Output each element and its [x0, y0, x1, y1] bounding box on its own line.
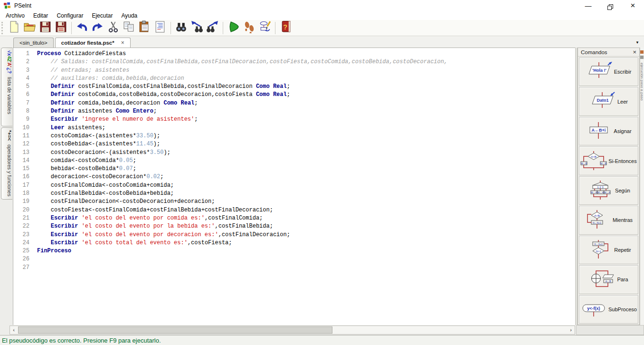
menu-editar[interactable]: Editar — [29, 12, 52, 19]
commands-close-icon[interactable]: × — [633, 48, 636, 56]
code-line[interactable]: 10 Leer asistentes; — [13, 124, 575, 132]
command-label: Para — [617, 277, 628, 282]
horizontal-scrollbar[interactable]: ‹ › — [9, 326, 575, 335]
sidebar-tab-lista-de-variables[interactable]: √x42'A'¿?lista de variables — [1, 48, 12, 126]
save-all-icon — [55, 20, 67, 35]
tab-sin-titulo[interactable]: <sin_titulo> — [13, 38, 54, 48]
code-line[interactable]: 14 comida<-costoComida*0.05; — [13, 157, 575, 165]
sidebar-tab-label: lista de variables — [7, 77, 12, 114]
new-file-button[interactable] — [6, 21, 22, 35]
svg-text:M←A: M←A — [604, 191, 610, 193]
line-number: 7 — [13, 99, 29, 107]
code-editor[interactable]: 1Proceso CotizadordeFiestas2 // Salidas:… — [13, 48, 575, 325]
command-si-entonces-button[interactable]: A>BM←BM←BSi-Entonces — [579, 146, 638, 175]
line-number: 16 — [13, 173, 29, 181]
code-line[interactable]: 12 costoBebida<-(asistentes*11.45); — [13, 140, 575, 148]
subproceso-flowchart-icon: y<-f(x) — [580, 299, 607, 319]
close-button[interactable]: × — [622, 0, 644, 11]
code-line[interactable]: 2 // Salidas: costFinalComida,costFinalB… — [13, 58, 575, 66]
code-line[interactable]: 9 Escribir 'ingrese el numero de asisten… — [13, 115, 575, 124]
command-repetir-button[interactable]: X←X+1N>1Repetir — [579, 236, 638, 264]
code-line[interactable]: 13 costoDecoracion<-(asistentes*3.50); — [13, 149, 575, 157]
line-number: 14 — [13, 157, 29, 165]
minimize-button[interactable]: — — [577, 0, 599, 11]
command-subproceso-button[interactable]: y<-f(x)SubProceso — [579, 295, 638, 324]
status-bar: El pseudocódigo es correcto. Presione F9… — [0, 335, 644, 345]
code-line[interactable]: 16 decoracion<-costoDecoracion*0.02; — [13, 173, 575, 181]
line-number: 26 — [13, 255, 29, 263]
tab-cotizador-fiesta-psc[interactable]: cotizador fiesta.psc*× — [55, 38, 131, 48]
format-source-button[interactable] — [152, 21, 168, 35]
code-line[interactable]: 7 Definir comida,bebida,decoracion Como … — [13, 99, 575, 107]
code-line[interactable]: 26 — [13, 255, 575, 263]
code-text: Escribir 'ingrese el numero de asistente… — [37, 115, 198, 124]
code-line[interactable]: 22 Escribir 'el costo del evento por la … — [13, 222, 575, 230]
step-execution-tab[interactable]: ejecución paso a paso — [640, 48, 644, 325]
command-label: SubProceso — [608, 307, 637, 312]
code-line[interactable]: 6 Definir costoComida,costoBebida,costoD… — [13, 91, 575, 99]
code-line[interactable]: 1Proceso CotizadordeFiestas — [13, 50, 575, 58]
menu-ayuda[interactable]: Ayuda — [117, 12, 142, 19]
new-file-icon — [8, 20, 20, 35]
find-button[interactable] — [173, 21, 189, 35]
line-number: 1 — [13, 50, 29, 58]
code-line[interactable]: 24 Escribir 'el costo total del evento e… — [13, 239, 575, 247]
redo-button[interactable] — [90, 21, 105, 35]
sidebar-tab-operadores-y-funciones[interactable]: *+=<operadores y funciones — [1, 127, 12, 200]
code-line[interactable]: 15 bebida<-costoBebida*0.07; — [13, 165, 575, 173]
command-mientras-button[interactable]: A<BN←N+1Mientras — [579, 206, 638, 234]
menu-ejecutar[interactable]: Ejecutar — [87, 12, 117, 19]
find-prev-button[interactable] — [189, 21, 205, 35]
find-prev-icon — [190, 20, 203, 35]
toolbar-grip[interactable] — [1, 22, 4, 34]
code-line[interactable]: 5 Definir costFinalComida,costFinalBebid… — [13, 83, 575, 91]
code-line[interactable]: 20 costoFiesta<-costFinalComida+costFina… — [13, 206, 575, 214]
tab-overflow-icon[interactable]: ▼ — [635, 40, 639, 45]
scroll-right-icon[interactable]: › — [567, 326, 575, 334]
svg-text:N>1: N>1 — [596, 249, 602, 252]
code-line[interactable]: 17 costFinalComida<-costoComida+comida; — [13, 182, 575, 190]
paste-button[interactable] — [137, 21, 152, 35]
restore-button[interactable] — [599, 0, 622, 11]
command-label: Mientras — [613, 217, 633, 223]
line-number: 19 — [13, 198, 29, 206]
code-text: Proceso CotizadordeFiestas — [37, 50, 126, 58]
save-file-button[interactable] — [38, 21, 53, 35]
code-text: Escribir 'el costo del evento por decora… — [37, 231, 290, 239]
repetir-flowchart-icon: X←X+1N>1 — [586, 240, 613, 260]
open-file-button[interactable] — [22, 21, 38, 35]
command-segun-button[interactable]: 1 2 3M←AM←AM←ASegún — [579, 176, 638, 205]
code-line[interactable]: 3 // entradas; asistentes — [13, 67, 575, 75]
code-line[interactable]: 25FinProceso — [13, 247, 575, 255]
code-line[interactable]: 21 Escribir 'el costo del evento por com… — [13, 214, 575, 222]
code-line[interactable]: 27 — [13, 264, 575, 272]
tab-close-icon[interactable]: × — [121, 39, 124, 46]
scrollbar-thumb[interactable] — [18, 326, 332, 334]
command-leer-button[interactable]: Dato1Leer — [579, 87, 638, 115]
line-number: 3 — [13, 67, 29, 75]
code-line[interactable]: 4 // auxiliares: comida,bebida,decoracio… — [13, 75, 575, 83]
menu-archivo[interactable]: Archivo — [1, 12, 29, 19]
code-line[interactable]: 19 costFinalDecoracion<-costoDecoracion+… — [13, 198, 575, 206]
code-line[interactable]: 8 Definir asistentes Como Entero; — [13, 107, 575, 115]
undo-button[interactable] — [74, 21, 90, 35]
command-label: Escribir — [614, 69, 632, 75]
code-line[interactable]: 18 costFinalBebida<-costoBebida+bebida; — [13, 190, 575, 198]
run-step-button[interactable] — [241, 21, 257, 35]
draw-flowchart-button[interactable] — [257, 21, 273, 35]
find-next-button[interactable] — [205, 21, 220, 35]
scroll-left-icon[interactable]: ‹ — [10, 326, 18, 334]
code-line[interactable]: 23 Escribir 'el costo del evento por dec… — [13, 231, 575, 239]
help-button[interactable]: ? — [278, 21, 294, 35]
code-line[interactable]: 11 costoComida<-(asistentes*33.50); — [13, 132, 575, 140]
command-para-button[interactable]: A←BPara — [579, 265, 638, 294]
command-asignar-button[interactable]: A←B+iAsignar — [579, 117, 638, 145]
cut-button[interactable] — [105, 21, 121, 35]
svg-text:'Hola !': 'Hola !' — [592, 68, 606, 73]
copy-button[interactable] — [121, 21, 137, 35]
save-all-button[interactable] — [53, 21, 69, 35]
command-escribir-button[interactable]: 'Hola !'Escribir — [579, 58, 638, 86]
menu-configurar[interactable]: Configurar — [52, 12, 87, 19]
run-button[interactable] — [226, 21, 241, 35]
code-text: Escribir 'el costo del evento por comida… — [37, 214, 263, 222]
